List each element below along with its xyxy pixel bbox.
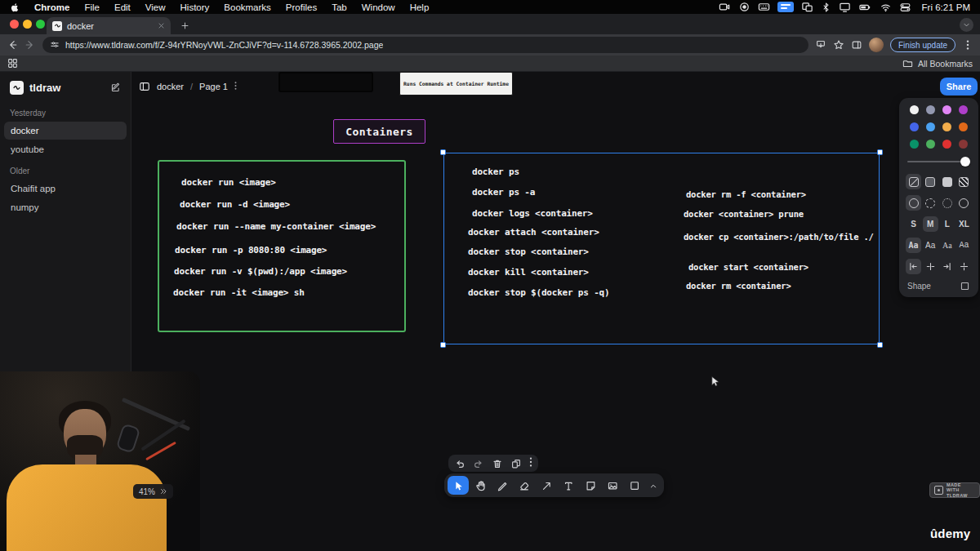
duplicate-icon[interactable]	[510, 458, 522, 469]
hand-tool[interactable]	[470, 476, 491, 495]
sidebar-item-numpy[interactable]: numpy	[4, 198, 127, 216]
zoom-level[interactable]: 41%	[139, 487, 155, 496]
menubar-clock[interactable]: Fri 6:21 PM	[922, 2, 970, 12]
traffic-light-minimize[interactable]	[23, 20, 32, 29]
zoom-control[interactable]: 41%	[133, 484, 173, 499]
sidebar-item-docker[interactable]: docker	[4, 122, 127, 140]
apple-logo-icon[interactable]	[10, 1, 20, 13]
align-left-icon[interactable]	[906, 259, 921, 274]
menubar-item-edit[interactable]: Edit	[114, 2, 131, 12]
canvas-text-shape[interactable]: docker run -v $(pwd):/app <image>	[174, 266, 347, 278]
canvas-text-shape[interactable]: docker run --name my-container <image>	[176, 221, 376, 233]
document-name[interactable]: docker	[157, 82, 184, 91]
profile-avatar[interactable]	[869, 38, 884, 52]
size-l-button[interactable]: L	[939, 216, 955, 232]
redo-icon[interactable]	[473, 458, 484, 469]
sidebar-item-youtube[interactable]: youtube	[4, 140, 127, 158]
tldraw-canvas[interactable]: Runs Commands at Container Runtime Conta…	[0, 72, 980, 551]
canvas-text-shape[interactable]: docker rm <container>	[686, 280, 791, 291]
battery-icon[interactable]	[858, 1, 872, 13]
menubar-item-view[interactable]: View	[145, 2, 166, 12]
font-sans-button[interactable]: Aa	[923, 238, 938, 253]
canvas-rectangle-shape[interactable]	[278, 72, 373, 92]
note-tool[interactable]	[580, 476, 601, 495]
fill-solid-button[interactable]	[939, 174, 955, 189]
forward-icon[interactable]	[24, 37, 36, 53]
font-draw-button[interactable]: Aa	[906, 238, 921, 253]
color-swatch[interactable]	[926, 122, 935, 131]
menubar-item-help[interactable]: Help	[410, 2, 430, 12]
share-button[interactable]: Share	[940, 78, 978, 96]
display-icon[interactable]	[839, 1, 851, 13]
size-xl-button[interactable]: XL	[956, 216, 972, 232]
canvas-text-shape[interactable]: docker stop <container>	[468, 247, 589, 258]
color-swatch[interactable]	[926, 140, 935, 149]
color-swatch[interactable]	[910, 140, 919, 149]
menubar-item-profiles[interactable]: Profiles	[286, 2, 317, 12]
color-swatch[interactable]	[942, 105, 951, 114]
window-manager-icon[interactable]	[801, 1, 813, 13]
canvas-text-shape[interactable]: docker ps	[472, 167, 519, 178]
selection-bounds[interactable]: docker ps docker ps -a docker logs <cont…	[443, 153, 880, 344]
asset-tool[interactable]	[602, 476, 623, 495]
dash-dashed-button[interactable]	[923, 195, 938, 211]
canvas-text-shape[interactable]: docker run -d <image>	[180, 199, 290, 211]
canvas-text-shape[interactable]: docker cp <container>:/path/to/file ./	[684, 231, 874, 242]
vertical-align-icon[interactable]	[956, 259, 972, 274]
opacity-knob[interactable]	[960, 157, 970, 167]
canvas-text-shape[interactable]: docker run <image>	[181, 177, 276, 189]
color-swatch[interactable]	[926, 105, 935, 114]
new-tab-button[interactable]	[178, 19, 192, 33]
zoom-expand-icon[interactable]	[159, 487, 167, 495]
size-m-button[interactable]: M	[923, 216, 938, 232]
font-serif-button[interactable]: Aa	[939, 238, 955, 253]
delete-icon[interactable]	[492, 458, 503, 469]
keyboard-icon[interactable]	[758, 1, 770, 13]
color-swatch[interactable]	[910, 122, 919, 131]
dash-solid-button[interactable]	[956, 195, 972, 211]
menubar-item-file[interactable]: File	[84, 2, 100, 12]
eraser-tool[interactable]	[514, 476, 535, 495]
menubar-item-chrome[interactable]: Chrome	[34, 2, 69, 12]
address-bar[interactable]: https://www.tldraw.com/f/Z-94rYRNoyVWL-Z…	[42, 37, 808, 53]
sidebar-toggle-icon[interactable]	[139, 81, 150, 92]
browser-tab[interactable]: docker	[47, 17, 171, 34]
fill-pattern-button[interactable]	[956, 174, 972, 189]
sidebar-item-chaifit-app[interactable]: Chaifit app	[4, 180, 127, 198]
canvas-note-shape[interactable]: Runs Commands at Container Runtime	[399, 72, 513, 96]
shape-rectangle-icon[interactable]	[960, 281, 970, 291]
more-tools-icon[interactable]	[646, 476, 661, 495]
arrow-tool[interactable]	[536, 476, 557, 495]
made-with-tldraw-badge[interactable]: MADE WITH TLDRAW	[929, 482, 980, 498]
bookmark-star-icon[interactable]	[833, 37, 844, 53]
canvas-text-shape[interactable]: docker ps -a	[472, 187, 535, 198]
control-center-icon[interactable]	[899, 1, 911, 13]
select-tool[interactable]	[448, 476, 469, 495]
site-settings-icon[interactable]	[50, 40, 60, 50]
text-tool[interactable]	[558, 476, 579, 495]
menubar-item-tab[interactable]: Tab	[332, 2, 347, 12]
fill-semi-button[interactable]	[923, 174, 938, 189]
canvas-text-shape[interactable]: docker attach <container>	[468, 227, 599, 238]
tab-close-icon[interactable]	[158, 22, 165, 29]
selection-handle-nw[interactable]	[440, 149, 446, 155]
bluetooth-icon[interactable]	[821, 1, 831, 13]
traffic-light-close[interactable]	[10, 20, 19, 29]
align-right-icon[interactable]	[939, 259, 955, 274]
finish-update-button[interactable]: Finish update	[890, 38, 956, 52]
draw-tool[interactable]	[492, 476, 513, 495]
wifi-icon[interactable]	[880, 1, 892, 13]
color-swatch[interactable]	[942, 140, 951, 149]
canvas-text-shape[interactable]: docker logs <container>	[472, 208, 593, 220]
color-swatch[interactable]	[942, 122, 951, 131]
page-name[interactable]: Page 1	[199, 82, 228, 91]
all-bookmarks[interactable]: All Bookmarks	[902, 58, 973, 69]
tab-groups-icon[interactable]	[7, 58, 18, 69]
canvas-text-shape[interactable]: docker rm -f <container>	[686, 189, 806, 200]
canvas-text-shape[interactable]: docker kill <container>	[468, 267, 589, 278]
color-swatch[interactable]	[959, 122, 968, 131]
menubar-item-window[interactable]: Window	[362, 2, 395, 12]
fill-none-button[interactable]	[906, 174, 921, 189]
canvas-text-shape[interactable]: docker start <container>	[688, 261, 808, 273]
dash-dotted-button[interactable]	[939, 195, 955, 211]
